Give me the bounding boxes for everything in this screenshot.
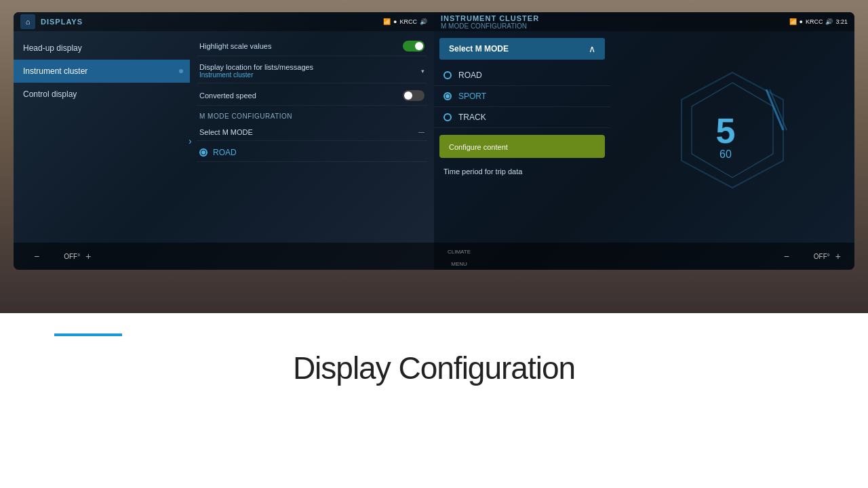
m-mode-dropdown-panel: Select M MODE ∧ ROAD SPORT — [434, 31, 610, 243]
speed-number-display: 5 60 — [716, 113, 736, 161]
sidebar-item-control[interactable]: Control display — [14, 83, 190, 106]
displays-sidebar: Head-up display Instrument cluster Contr… — [14, 31, 190, 243]
car-screen-image: ⌂ DISPLAYS 📶●KRCC🔊 Head-up display Instr… — [0, 0, 868, 313]
accent-bar — [54, 333, 122, 336]
left-minus-btn[interactable]: − — [34, 251, 39, 262]
right-bottom-bar: CLIMATEMENU − OFF° + — [434, 243, 854, 270]
right-panel-title: INSTRUMENT CLUSTER — [441, 14, 539, 22]
highlight-scale-label: Highlight scale values — [199, 42, 271, 50]
home-icon[interactable]: ⌂ — [20, 14, 35, 29]
right-status-icons: 📶●KRCC🔊3:21 — [789, 18, 848, 25]
left-top-bar: ⌂ DISPLAYS 📶●KRCC🔊 — [14, 12, 434, 31]
m-mode-section-header: M MODE CONFIGURATION — [197, 108, 427, 121]
sport-option-label: SPORT — [458, 92, 486, 101]
display-location-value: Instrument cluster — [199, 71, 313, 79]
road-option[interactable]: ROAD — [434, 65, 610, 86]
sidebar-item-instrument[interactable]: Instrument cluster — [14, 60, 190, 83]
road-option-label: ROAD — [458, 70, 482, 80]
converted-speed-setting: Converted speed — [197, 86, 427, 106]
left-content-area: Head-up display Instrument cluster Contr… — [14, 31, 434, 243]
left-plus-btn[interactable]: + — [85, 251, 91, 262]
trip-data-row: Time period for trip data — [434, 162, 610, 181]
page-title: Display Configuration — [293, 350, 575, 386]
m-mode-dropdown-chevron: ∧ — [589, 43, 595, 54]
svg-line-3 — [770, 89, 787, 130]
converted-speed-label: Converted speed — [199, 92, 256, 100]
display-location-content: Display location for lists/messages Inst… — [199, 63, 313, 79]
display-location-chevron[interactable]: ▾ — [421, 68, 425, 75]
right-climate-label: CLIMATEMENU — [448, 244, 471, 268]
select-m-mode-setting: Select M MODE — — [197, 124, 427, 141]
climate-menu-label: CLIMATEMENU — [448, 249, 471, 267]
right-minus-btn[interactable]: − — [784, 251, 789, 262]
left-off-label: OFF° — [64, 253, 80, 260]
left-bottom-controls: − OFF° + — [34, 251, 91, 262]
right-off-label: OFF° — [814, 253, 830, 260]
right-content-area: Select M MODE ∧ ROAD SPORT — [434, 31, 854, 243]
settings-panel: Highlight scale values Display location … — [190, 31, 434, 243]
road-radio-right — [443, 71, 452, 79]
configure-content-button[interactable]: Configure content — [439, 135, 605, 158]
sport-option[interactable]: SPORT — [434, 86, 610, 107]
m-mode-chevron[interactable]: — — [418, 129, 425, 136]
display-location-setting: Display location for lists/messages Inst… — [197, 59, 427, 83]
trip-data-label: Time period for trip data — [443, 167, 522, 176]
speed-big-number: 5 — [716, 113, 736, 148]
track-option[interactable]: TRACK — [434, 107, 610, 128]
speed-display-area: 5 60 — [610, 31, 854, 243]
right-plus-btn[interactable]: + — [835, 251, 841, 262]
configure-content-label: Configure content — [449, 143, 508, 151]
track-option-label: TRACK — [458, 113, 486, 122]
right-bottom-controls: − OFF° + — [784, 251, 841, 262]
select-m-mode-label: Select M MODE — [199, 128, 253, 136]
left-screen-panel: ⌂ DISPLAYS 📶●KRCC🔊 Head-up display Instr… — [14, 12, 434, 270]
road-option-row: ROAD — [197, 144, 427, 162]
right-panel-titles: INSTRUMENT CLUSTER M MODE CONFIGURATION — [441, 14, 539, 30]
m-mode-dropdown-title: Select M MODE — [449, 44, 509, 54]
left-bottom-bar: − OFF° + — [14, 243, 434, 270]
speed-gauge-container: 5 60 — [665, 69, 800, 205]
highlight-scale-toggle[interactable] — [403, 41, 425, 52]
highlight-scale-setting: Highlight scale values — [197, 37, 427, 56]
left-panel-title: DISPLAYS — [41, 18, 378, 26]
right-arrow-icon[interactable]: › — [189, 136, 192, 146]
bottom-content-area: Display Configuration — [0, 313, 868, 488]
road-radio[interactable] — [199, 148, 208, 157]
track-radio — [443, 113, 452, 121]
left-status-icons: 📶●KRCC🔊 — [383, 18, 427, 25]
right-top-bar: INSTRUMENT CLUSTER M MODE CONFIGURATION … — [434, 12, 854, 31]
dual-screen-container: ⌂ DISPLAYS 📶●KRCC🔊 Head-up display Instr… — [14, 12, 854, 270]
m-mode-dropdown-header[interactable]: Select M MODE ∧ — [439, 38, 605, 60]
m-mode-options: ROAD SPORT TRACK — [434, 62, 610, 131]
road-option-content: ROAD — [199, 148, 237, 157]
sidebar-item-head-up[interactable]: Head-up display — [14, 37, 190, 60]
display-location-label: Display location for lists/messages — [199, 63, 313, 71]
sport-radio — [443, 92, 452, 100]
right-panel-subtitle: M MODE CONFIGURATION — [441, 22, 539, 30]
road-label: ROAD — [213, 148, 237, 157]
converted-speed-toggle[interactable] — [403, 90, 425, 101]
right-screen-panel: INSTRUMENT CLUSTER M MODE CONFIGURATION … — [434, 12, 854, 270]
